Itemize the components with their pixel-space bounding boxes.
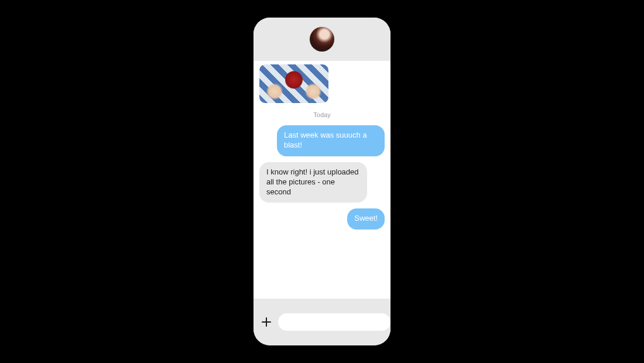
date-separator: Today — [259, 111, 385, 118]
message-row: Sweet! — [259, 208, 385, 230]
message-row: Last week was suuuch a blast! — [259, 125, 385, 156]
add-attachment-button[interactable] — [262, 316, 271, 328]
message-image-thumbnail[interactable] — [259, 64, 328, 103]
contact-avatar[interactable] — [310, 27, 334, 52]
chat-body[interactable]: Today Last week was suuuch a blast! I kn… — [254, 61, 390, 299]
sent-message-bubble[interactable]: Sweet! — [347, 208, 385, 230]
stage: Today Last week was suuuch a blast! I kn… — [0, 0, 644, 363]
message-input[interactable] — [278, 313, 390, 331]
composer-bar — [254, 299, 390, 345]
chat-header — [254, 18, 390, 61]
plus-icon — [262, 317, 271, 327]
image-content — [259, 64, 328, 103]
phone-frame: Today Last week was suuuch a blast! I kn… — [254, 18, 390, 345]
message-row: I know right! i just uploaded all the pi… — [259, 162, 385, 203]
received-message-bubble[interactable]: I know right! i just uploaded all the pi… — [259, 162, 367, 203]
sent-message-bubble[interactable]: Last week was suuuch a blast! — [277, 125, 385, 156]
